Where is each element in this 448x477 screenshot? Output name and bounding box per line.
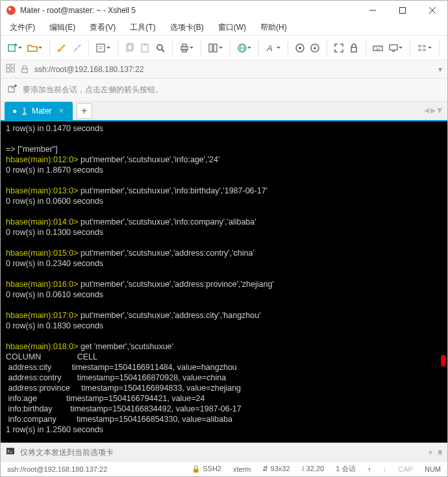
layout-button[interactable]	[416, 41, 429, 55]
maximize-button[interactable]	[388, 1, 417, 20]
menu-view[interactable]: 查看(V)	[87, 21, 118, 34]
menu-tools[interactable]: 工具(T)	[127, 21, 158, 34]
open-button[interactable]	[27, 41, 40, 55]
window-buttons	[358, 1, 447, 20]
find-button[interactable]	[154, 41, 167, 55]
scroll-indicator[interactable]	[441, 355, 446, 367]
cmdbar-menu-icon[interactable]: ≡	[438, 448, 442, 457]
tab-list-icon[interactable]: ▾	[437, 104, 442, 116]
toolbar-separator	[230, 41, 230, 55]
status-pos-icon: ⁞	[302, 465, 305, 472]
svg-rect-36	[373, 46, 382, 51]
new-session-button[interactable]	[6, 41, 19, 55]
lock-icon	[20, 65, 29, 74]
tab-close-icon[interactable]: ×	[57, 106, 66, 116]
title-bar[interactable]: Mater - root@master: ~ - Xshell 5	[1, 1, 447, 20]
paste-button[interactable]	[139, 41, 152, 55]
tab-prev-icon[interactable]: ◂	[424, 104, 429, 116]
lock-button[interactable]	[348, 41, 361, 55]
download-arrow-icon: ↓	[383, 465, 387, 473]
properties-button[interactable]	[94, 41, 107, 55]
address-input[interactable]	[34, 65, 433, 74]
toolbar-separator	[288, 41, 288, 55]
stop-record-button[interactable]	[308, 41, 321, 55]
svg-rect-47	[423, 49, 426, 51]
tab-bar: ● 1 Mater × + ◂ ▸ ▾	[1, 102, 447, 121]
svg-marker-34	[314, 46, 316, 49]
svg-rect-13	[97, 44, 105, 52]
tab-label: Mater	[32, 106, 52, 116]
tip-text: 要添加当前会话，点击左侧的箭头按钮。	[23, 84, 163, 95]
svg-point-32	[299, 47, 301, 49]
address-bar: ▾	[1, 60, 447, 79]
svg-rect-45	[423, 45, 426, 47]
svg-line-11	[74, 48, 77, 51]
file-transfer-button[interactable]	[206, 41, 219, 55]
svg-rect-49	[11, 64, 14, 67]
fullscreen-button[interactable]	[332, 41, 345, 55]
menu-edit[interactable]: 编辑(E)	[47, 21, 78, 34]
prompt-icon[interactable]	[6, 446, 15, 458]
new-tab-button[interactable]: +	[77, 103, 92, 119]
toolbar-separator	[49, 41, 50, 55]
cmdbar-dropdown-icon[interactable]: ▾	[429, 448, 432, 457]
reconnect-button[interactable]	[55, 41, 68, 55]
svg-rect-44	[418, 45, 421, 47]
svg-rect-19	[143, 43, 146, 45]
upload-arrow-icon: ↑	[367, 465, 371, 473]
status-cursor: 32,20	[306, 465, 325, 472]
tab-mater[interactable]: ● 1 Mater ×	[5, 102, 73, 120]
menu-window[interactable]: 窗口(W)	[216, 21, 249, 34]
window-title: Mater - root@master: ~ - Xshell 5	[20, 6, 358, 15]
toolbar-separator	[366, 41, 366, 55]
status-caps: CAP	[398, 465, 413, 473]
font-button[interactable]: A	[264, 41, 277, 55]
close-button[interactable]	[417, 1, 447, 20]
status-proto-icon: 🔒	[192, 465, 201, 472]
language-button[interactable]	[236, 41, 249, 55]
menu-help[interactable]: 帮助(H)	[258, 21, 290, 34]
svg-point-0	[6, 6, 16, 15]
toolbar: A	[1, 36, 447, 60]
status-num: NUM	[425, 465, 441, 473]
toolbar-separator	[88, 41, 89, 55]
command-input[interactable]	[20, 448, 423, 457]
address-dropdown-icon[interactable]: ▾	[438, 65, 442, 74]
toolbar-separator	[258, 41, 259, 55]
screen-button[interactable]	[387, 41, 400, 55]
print-button[interactable]	[178, 41, 191, 55]
svg-rect-42	[390, 45, 397, 50]
bookmark-add-icon[interactable]	[7, 84, 18, 96]
toolbar-separator	[172, 41, 173, 55]
svg-rect-50	[6, 69, 10, 72]
svg-rect-23	[182, 44, 186, 47]
tab-next-icon[interactable]: ▸	[430, 104, 436, 116]
disconnect-button[interactable]	[71, 41, 84, 55]
keyboard-button[interactable]	[371, 41, 384, 55]
tip-bar: 要添加当前会话，点击左侧的箭头按钮。	[1, 79, 447, 102]
svg-rect-52	[22, 69, 27, 73]
menu-tabs[interactable]: 选项卡(B)	[168, 21, 206, 34]
svg-point-10	[58, 49, 60, 52]
svg-point-20	[157, 45, 162, 50]
menu-file[interactable]: 文件(F)	[7, 21, 38, 34]
svg-text:A: A	[266, 43, 273, 53]
toolbar-separator	[410, 41, 410, 55]
status-size-icon: ⇵	[262, 465, 268, 472]
svg-rect-46	[418, 49, 421, 51]
app-window: Mater - root@master: ~ - Xshell 5 文件(F) …	[0, 0, 448, 477]
toolbar-separator	[118, 41, 118, 55]
record-button[interactable]	[293, 41, 306, 55]
svg-point-1	[8, 8, 11, 10]
svg-rect-3	[400, 8, 406, 14]
svg-rect-26	[214, 44, 217, 52]
terminal[interactable]: 1 row(s) in 0.1470 seconds => ["member"]…	[1, 121, 447, 443]
sessions-icon[interactable]	[6, 64, 15, 75]
status-bar: ssh://root@192.168.180.137:22 🔒 SSH2 xte…	[1, 461, 447, 476]
copy-button[interactable]	[123, 41, 136, 55]
app-icon	[6, 5, 16, 16]
minimize-button[interactable]	[358, 1, 388, 20]
svg-rect-51	[11, 69, 14, 72]
status-connection: ssh://root@192.168.180.137:22	[7, 465, 107, 473]
toolbar-separator	[439, 41, 440, 55]
